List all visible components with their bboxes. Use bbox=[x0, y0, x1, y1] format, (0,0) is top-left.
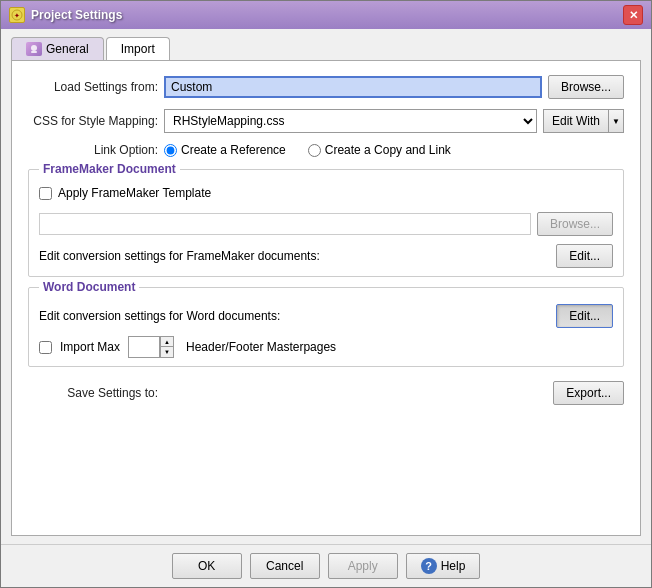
import-max-spinner: ▲ ▼ bbox=[128, 336, 174, 358]
word-section: Word Document Edit conversion settings f… bbox=[28, 287, 624, 367]
apply-template-label: Apply FrameMaker Template bbox=[58, 186, 211, 200]
title-bar-left: ✦ Project Settings bbox=[9, 7, 122, 23]
framemaker-section: FrameMaker Document Apply FrameMaker Tem… bbox=[28, 169, 624, 277]
help-icon: ? bbox=[421, 558, 437, 574]
radio-reference-input[interactable] bbox=[164, 144, 177, 157]
framemaker-section-header: FrameMaker Document bbox=[39, 162, 613, 176]
css-mapping-label: CSS for Style Mapping: bbox=[28, 114, 158, 128]
tab-import[interactable]: Import bbox=[106, 37, 170, 60]
import-max-up[interactable]: ▲ bbox=[160, 336, 174, 347]
fm-browse-row: Browse... bbox=[39, 212, 613, 236]
window-content: General Import Load Settings from: Brows… bbox=[1, 29, 651, 544]
apply-button[interactable]: Apply bbox=[328, 553, 398, 579]
tab-import-label: Import bbox=[121, 42, 155, 56]
radio-copy-label: Create a Copy and Link bbox=[325, 143, 451, 157]
main-panel: Load Settings from: Browse... CSS for St… bbox=[11, 60, 641, 536]
fm-edit-row: Edit conversion settings for FrameMaker … bbox=[39, 244, 613, 268]
export-button[interactable]: Export... bbox=[553, 381, 624, 405]
link-option-label: Link Option: bbox=[28, 143, 158, 157]
apply-template-checkbox[interactable] bbox=[39, 187, 52, 200]
radio-reference[interactable]: Create a Reference bbox=[164, 143, 286, 157]
import-max-label: Import Max bbox=[60, 340, 120, 354]
window-title: Project Settings bbox=[31, 8, 122, 22]
import-max-input[interactable] bbox=[128, 336, 160, 358]
project-settings-window: ✦ Project Settings ✕ General Import bbox=[0, 0, 652, 588]
word-edit-button[interactable]: Edit... bbox=[556, 304, 613, 328]
fm-path-input-box[interactable] bbox=[39, 213, 531, 235]
word-section-title: Word Document bbox=[39, 280, 139, 294]
word-section-header: Word Document bbox=[39, 280, 613, 294]
save-settings-label: Save Settings to: bbox=[28, 386, 158, 400]
fm-edit-button[interactable]: Edit... bbox=[556, 244, 613, 268]
css-mapping-dropdown[interactable]: RHStyleMapping.css bbox=[164, 109, 537, 133]
fm-browse-button[interactable]: Browse... bbox=[537, 212, 613, 236]
import-max-checkbox[interactable] bbox=[39, 341, 52, 354]
svg-text:✦: ✦ bbox=[14, 12, 20, 19]
fm-edit-label: Edit conversion settings for FrameMaker … bbox=[39, 249, 550, 263]
cancel-button[interactable]: Cancel bbox=[250, 553, 320, 579]
footer-buttons: OK Cancel Apply ? Help bbox=[1, 544, 651, 587]
word-edit-row: Edit conversion settings for Word docume… bbox=[39, 304, 613, 328]
svg-point-2 bbox=[31, 45, 37, 51]
save-settings-row: Save Settings to: Export... bbox=[28, 381, 624, 405]
help-button[interactable]: ? Help bbox=[406, 553, 481, 579]
edit-with-arrow[interactable]: ▼ bbox=[608, 109, 624, 133]
radio-reference-label: Create a Reference bbox=[181, 143, 286, 157]
apply-template-row: Apply FrameMaker Template bbox=[39, 186, 613, 200]
svg-rect-3 bbox=[31, 51, 37, 53]
import-max-arrows: ▲ ▼ bbox=[160, 336, 174, 358]
tab-general-label: General bbox=[46, 42, 89, 56]
load-settings-input[interactable] bbox=[164, 76, 542, 98]
load-settings-row: Load Settings from: Browse... bbox=[28, 75, 624, 99]
title-bar: ✦ Project Settings ✕ bbox=[1, 1, 651, 29]
import-max-down[interactable]: ▼ bbox=[160, 347, 174, 358]
close-button[interactable]: ✕ bbox=[623, 5, 643, 25]
ok-button[interactable]: OK bbox=[172, 553, 242, 579]
tab-general[interactable]: General bbox=[11, 37, 104, 60]
browse-button[interactable]: Browse... bbox=[548, 75, 624, 99]
app-icon: ✦ bbox=[9, 7, 25, 23]
general-tab-icon bbox=[26, 42, 42, 56]
radio-copy-input[interactable] bbox=[308, 144, 321, 157]
edit-with-button[interactable]: Edit With bbox=[543, 109, 608, 133]
framemaker-section-title: FrameMaker Document bbox=[39, 162, 180, 176]
css-mapping-row: CSS for Style Mapping: RHStyleMapping.cs… bbox=[28, 109, 624, 133]
link-option-row: Link Option: Create a Reference Create a… bbox=[28, 143, 624, 157]
header-footer-label: Header/Footer Masterpages bbox=[186, 340, 336, 354]
edit-with-split-btn: Edit With ▼ bbox=[543, 109, 624, 133]
help-label: Help bbox=[441, 559, 466, 573]
load-settings-label: Load Settings from: bbox=[28, 80, 158, 94]
word-edit-label: Edit conversion settings for Word docume… bbox=[39, 309, 550, 323]
import-max-row: Import Max ▲ ▼ Header/Footer Masterpages bbox=[39, 336, 613, 358]
tab-bar: General Import bbox=[11, 37, 641, 60]
radio-copy[interactable]: Create a Copy and Link bbox=[308, 143, 451, 157]
